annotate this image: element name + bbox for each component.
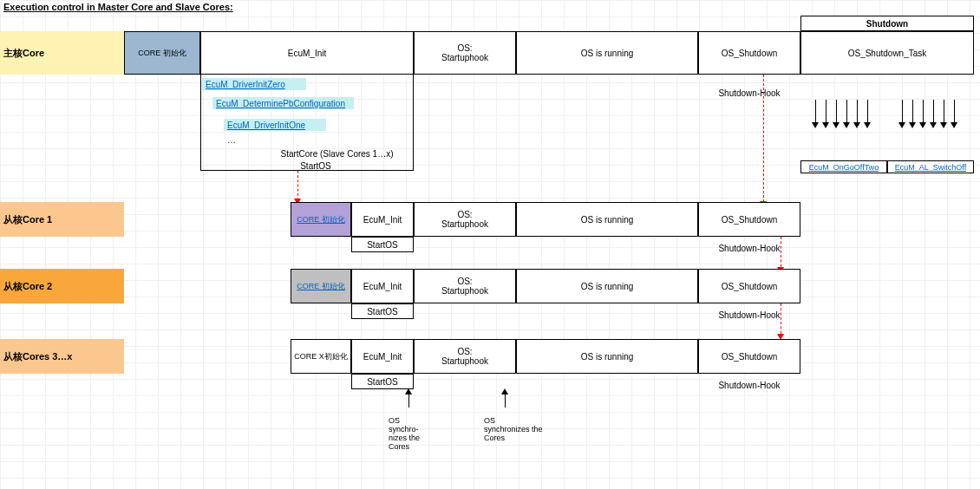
- sync1-arrow: [405, 388, 412, 394]
- slave1-os-startup: OS: Startuphook: [414, 202, 516, 237]
- link-al-switch-off[interactable]: EcuM_AL_SwitchOff: [887, 160, 974, 173]
- arrow-group: [815, 100, 971, 134]
- slave2-os-startup: OS: Startuphook: [414, 269, 516, 303]
- red-line-shutdown-1: [763, 75, 765, 206]
- slave2-shutdown-hook: Shutdown-Hook: [698, 308, 800, 322]
- master-os-startup: OS: Startuphook: [414, 31, 516, 75]
- red-arrow-line-1: [297, 171, 299, 200]
- diagram-title: Execution control in Master Core and Sla…: [3, 2, 233, 12]
- slave2-ecum-init: EcuM_Init: [351, 269, 414, 303]
- slave2-startos: StartOS: [351, 303, 414, 319]
- slave3-ecum-init: EcuM_Init: [351, 339, 414, 374]
- shutdown-header: Shutdown: [800, 16, 974, 31]
- slave1-os-running: OS is running: [516, 202, 698, 237]
- startos-label: StartOS: [281, 160, 350, 172]
- slave1-shutdown-hook: Shutdown-Hook: [698, 241, 800, 255]
- startcore-label: StartCore (Slave Cores 1…x): [260, 147, 414, 160]
- slave3-startos: StartOS: [351, 374, 414, 389]
- slave3-os-shutdown: OS_Shutdown: [698, 339, 800, 374]
- master-ecum-init: EcuM_Init: [200, 31, 414, 75]
- slave3-shutdown-hook: Shutdown-Hook: [698, 378, 800, 392]
- slave2-core-init[interactable]: CORE 初始化: [291, 269, 351, 303]
- slave1-core-init[interactable]: CORE 初始化: [291, 202, 351, 237]
- slave1-os-shutdown: OS_Shutdown: [698, 202, 800, 237]
- slave3-core-init: CORE X初始化: [291, 339, 351, 374]
- slave2-label: 从核Core 2: [0, 269, 124, 303]
- slave1-label: 从核Core 1: [0, 202, 124, 237]
- slave3-label: 从核Cores 3…x: [0, 339, 124, 374]
- dots: …: [224, 134, 250, 145]
- link-driver-init-one[interactable]: EcuM_DriverInitOne: [224, 119, 326, 131]
- red-line-3: [781, 303, 782, 338]
- master-core-init: CORE 初始化: [124, 31, 200, 75]
- sync2-arrow: [501, 388, 508, 394]
- sync-note-1: OS synchro- nizes the Cores: [389, 416, 441, 458]
- master-shutdown-hook: Shutdown-Hook: [698, 85, 800, 101]
- master-core-label: 主核Core: [0, 31, 124, 75]
- slave1-startos: StartOS: [351, 237, 414, 252]
- slave2-os-shutdown: OS_Shutdown: [698, 269, 800, 303]
- sync-note-2: OS synchronizes the Cores: [484, 416, 562, 453]
- slave3-os-running: OS is running: [516, 339, 698, 374]
- slave2-os-running: OS is running: [516, 269, 698, 303]
- link-ongo-off-two[interactable]: EcuM_OnGoOffTwo: [800, 160, 887, 173]
- red-line-2: [781, 237, 782, 271]
- link-determine-pb[interactable]: EcuM_DeterminePbConfiguration: [212, 97, 354, 109]
- slave1-ecum-init: EcuM_Init: [351, 202, 414, 237]
- link-driver-init-zero[interactable]: EcuM_DriverInitZero: [202, 78, 306, 90]
- slave3-os-startup: OS: Startuphook: [414, 339, 516, 374]
- master-shutdown-task: OS_Shutdown_Task: [800, 31, 974, 75]
- master-os-shutdown: OS_Shutdown: [698, 31, 800, 75]
- master-os-running: OS is running: [516, 31, 698, 75]
